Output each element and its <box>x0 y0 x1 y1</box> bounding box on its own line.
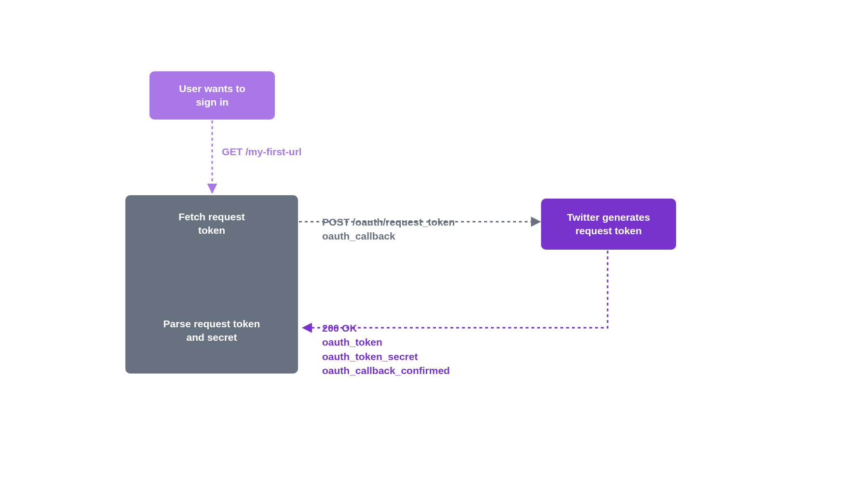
node-user-signin-label: User wants tosign in <box>179 82 245 109</box>
edge-label-get-url: GET /my-first-url <box>222 145 302 159</box>
edge-label-post-line1: POST /oauth/request_token <box>322 215 455 229</box>
node-twitter-generates-label: Twitter generatesrequest token <box>567 211 650 238</box>
edge-label-post-line2: oauth_callback <box>322 229 455 243</box>
node-parse-token-label: Parse request tokenand secret <box>163 318 260 343</box>
node-fetch-token: Fetch requesttoken <box>125 210 298 238</box>
node-parse-token: Parse request tokenand secret <box>125 317 298 345</box>
edge-label-response: 200 OK oauth_token oauth_token_secret oa… <box>322 321 450 378</box>
edge-response-200 <box>303 251 608 328</box>
edge-label-post-request: POST /oauth/request_token oauth_callback <box>322 215 455 243</box>
node-user-signin: User wants tosign in <box>149 71 275 120</box>
node-fetch-token-label: Fetch requesttoken <box>178 211 245 236</box>
edge-label-resp-l2: oauth_token_secret <box>322 349 450 363</box>
node-twitter-generates: Twitter generatesrequest token <box>541 199 676 250</box>
edge-label-resp-l1: oauth_token <box>322 335 450 349</box>
edge-label-resp-l3: oauth_callback_confirmed <box>322 363 450 377</box>
edge-label-resp-status: 200 OK <box>322 321 450 335</box>
